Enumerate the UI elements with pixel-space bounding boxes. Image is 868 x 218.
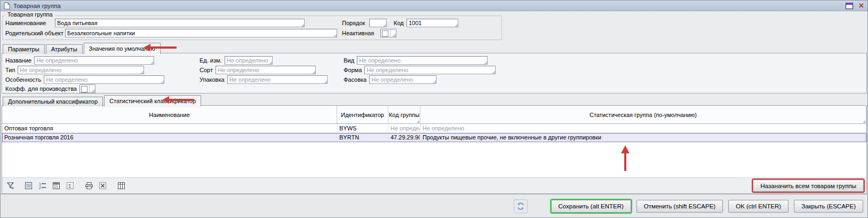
cell-stat-group: Продукты пищевые прочие, не включенные в…	[420, 133, 866, 142]
cell-group-code: Не определ...	[388, 124, 420, 133]
close-icon[interactable]: ✕	[858, 3, 864, 9]
portioning-default-input[interactable]	[370, 76, 436, 83]
field-label: Ед. изм.	[200, 57, 222, 64]
code-label: Код	[394, 20, 404, 26]
title-default-field[interactable]	[34, 56, 154, 65]
form-default-input[interactable]	[365, 66, 495, 74]
row-numbers-icon[interactable]: 12	[36, 180, 49, 192]
cancel-button[interactable]: Отменить (shift ESCAPE)	[636, 200, 723, 213]
footer-bar: Сохранить (alt ENTER) Отменить (shift ES…	[1, 194, 867, 217]
classifier-tabbar: Дополнительный классификатор Статистичес…	[3, 95, 202, 106]
cell-name: Оптовая торговля	[2, 124, 337, 133]
assign-to-all-goods-button[interactable]: Назаначить всем товарам группы	[753, 180, 864, 192]
tab-parameters[interactable]: Параметры	[3, 44, 45, 54]
field-label: Название	[5, 57, 31, 64]
table-toolbar: 12 Σ Назаначить всем товарам группы	[2, 177, 866, 193]
tab-attributes[interactable]: Атрибуты	[46, 44, 83, 54]
parent-input[interactable]	[66, 29, 337, 37]
save-button[interactable]: Сохранить (alt ENTER)	[551, 200, 631, 213]
tab-statistical-classifier[interactable]: Статистический классификатор	[104, 95, 201, 106]
ok-button[interactable]: OK (ctrl ENTER)	[728, 200, 789, 213]
type-default-input[interactable]	[18, 66, 144, 74]
name-label: Наименование	[5, 20, 46, 26]
group-box-legend: Товарная группа	[5, 11, 55, 18]
order-input[interactable]	[370, 19, 386, 27]
table-row-wholesale[interactable]: Оптовая торговля BYWS Не определ... Не о…	[2, 124, 866, 133]
code-field[interactable]	[407, 19, 458, 27]
inactive-checkbox[interactable]	[380, 29, 396, 37]
main-tabbar: Параметры Атрибуты Значения по умолчанию	[3, 43, 162, 54]
table-empty-area	[2, 142, 866, 177]
cell-identifier: BYRTN	[337, 133, 388, 142]
close-button[interactable]: Закрыть (ESCAPE)	[794, 200, 863, 213]
code-input[interactable]	[407, 19, 458, 27]
field-label: Вид	[344, 57, 354, 64]
inactive-label: Неактивная	[342, 30, 374, 36]
columns-icon[interactable]	[22, 180, 35, 192]
cell-identifier: BYWS	[337, 124, 388, 133]
feature-default-field[interactable]	[44, 75, 164, 84]
default-values-panel: Название Ед. изм. Вид Тип Сорт Форма Осо…	[2, 53, 867, 94]
tab-additional-classifier[interactable]: Дополнительный классификатор	[3, 97, 103, 106]
refresh-icon	[517, 203, 524, 210]
unit-default-input[interactable]	[225, 57, 272, 64]
calculator-icon[interactable]	[50, 180, 62, 192]
packaging-default-input[interactable]	[228, 76, 327, 83]
coef-checkbox[interactable]	[79, 84, 95, 93]
kind-default-field[interactable]	[357, 56, 488, 65]
title-default-input[interactable]	[35, 57, 154, 64]
field-label: Упаковка	[200, 76, 225, 83]
product-group-dialog: Товарная группа ✕ Товарная группа Наимен…	[0, 0, 868, 218]
form-default-field[interactable]	[364, 66, 496, 74]
column-header-group-code[interactable]: Код группы	[388, 106, 420, 123]
statistical-classifier-panel: Наименование Идентификатор Код группы Ст…	[2, 105, 867, 194]
parent-field[interactable]	[65, 29, 337, 37]
sort-default-input[interactable]	[216, 66, 315, 74]
field-label: Сорт	[200, 67, 213, 73]
cell-name: Розничная торговля 2016	[2, 133, 337, 142]
cell-group-code: 47.29.29.900	[388, 133, 420, 142]
field-label: Фасовка	[344, 76, 367, 83]
print-icon[interactable]	[83, 180, 95, 192]
sort-default-field[interactable]	[216, 66, 316, 74]
grid-settings-icon[interactable]	[115, 180, 128, 192]
table-row-retail-2016[interactable]: Розничная торговля 2016 BYRTN 47.29.29.9…	[2, 133, 866, 142]
order-label: Порядок	[342, 20, 365, 26]
document-icon	[4, 2, 10, 10]
coef-label: Коэфф. для производства	[5, 85, 77, 92]
column-header-stat-group[interactable]: Статистическая группа (по-умолчанию)	[420, 106, 866, 123]
field-label: Тип	[5, 67, 15, 73]
feature-default-input[interactable]	[44, 76, 164, 83]
field-label: Особенность	[5, 76, 41, 83]
column-header-name[interactable]: Наименование	[2, 106, 337, 123]
name-field[interactable]	[55, 19, 305, 27]
cell-stat-group: Не определено	[420, 124, 866, 133]
kind-default-input[interactable]	[357, 57, 487, 64]
packaging-default-field[interactable]	[227, 75, 328, 84]
window-title: Товарная группа	[13, 3, 61, 9]
title-bar: Товарная группа ✕	[1, 1, 867, 11]
table-header: Наименование Идентификатор Код группы Ст…	[2, 106, 866, 124]
column-header-identifier[interactable]: Идентификатор	[337, 106, 388, 123]
refresh-button[interactable]	[514, 199, 528, 213]
parent-label: Родительский объект	[5, 30, 63, 36]
name-input[interactable]	[55, 19, 304, 27]
filter-icon[interactable]	[4, 180, 17, 192]
maximize-icon[interactable]	[846, 3, 853, 9]
svg-text:Σ: Σ	[68, 183, 71, 189]
field-label: Форма	[344, 67, 362, 73]
svg-text:2: 2	[39, 186, 41, 190]
type-default-field[interactable]	[18, 66, 144, 74]
excel-export-icon[interactable]	[97, 180, 109, 192]
order-field[interactable]	[369, 19, 387, 27]
portioning-default-field[interactable]	[369, 75, 436, 84]
sum-icon[interactable]: Σ	[64, 180, 76, 192]
unit-default-field[interactable]	[225, 56, 273, 65]
tab-default-values[interactable]: Значения по умолчанию	[84, 43, 161, 54]
svg-text:1: 1	[39, 182, 41, 186]
